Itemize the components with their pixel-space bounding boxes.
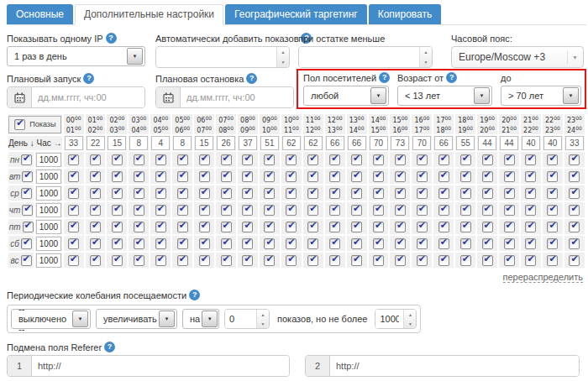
hour-checkbox[interactable] [155, 205, 166, 216]
hour-checkbox[interactable] [155, 238, 166, 249]
hour-checkbox[interactable] [482, 255, 493, 266]
hour-checkbox[interactable] [112, 171, 123, 182]
hour-checkbox[interactable] [199, 188, 210, 199]
hour-checkbox[interactable] [329, 255, 340, 266]
hour-checkbox[interactable] [307, 154, 318, 165]
hour-checkbox[interactable] [525, 238, 536, 249]
hour-checkbox[interactable] [134, 222, 144, 232]
hour-checkbox[interactable] [329, 154, 340, 165]
hour-checkbox[interactable] [525, 154, 536, 165]
hour-checkbox[interactable] [177, 222, 188, 232]
day-limit-input[interactable] [36, 253, 61, 268]
hour-checkbox[interactable] [307, 255, 318, 266]
hour-value-input[interactable] [565, 136, 584, 150]
hour-checkbox[interactable] [373, 205, 384, 216]
hour-checkbox[interactable] [417, 238, 428, 249]
hour-checkbox[interactable] [242, 171, 253, 182]
hour-checkbox[interactable] [417, 188, 428, 199]
hour-checkbox[interactable] [68, 171, 79, 182]
hour-checkbox[interactable] [569, 154, 580, 165]
hour-checkbox[interactable] [264, 255, 275, 266]
age-from-select[interactable]: < 13 лет ▼ [397, 86, 492, 106]
hour-checkbox[interactable] [307, 222, 318, 232]
hour-checkbox[interactable] [395, 255, 406, 266]
hour-checkbox[interactable] [242, 222, 253, 232]
hour-checkbox[interactable] [112, 188, 123, 199]
hour-value-input[interactable] [348, 136, 366, 150]
hour-checkbox[interactable] [482, 238, 493, 249]
hour-checkbox[interactable] [90, 205, 101, 216]
help-icon[interactable]: ? [379, 72, 390, 83]
hour-checkbox[interactable] [112, 222, 123, 232]
hour-checkbox[interactable] [155, 255, 166, 266]
hour-checkbox[interactable] [417, 222, 428, 232]
hour-value-input[interactable] [326, 136, 344, 150]
help-icon[interactable]: ? [104, 342, 115, 352]
hour-checkbox[interactable] [286, 188, 297, 199]
hour-checkbox[interactable] [307, 188, 318, 199]
hour-checkbox[interactable] [199, 238, 210, 249]
hour-checkbox[interactable] [547, 255, 558, 266]
fluctuation-max-input[interactable] [375, 310, 403, 328]
planned-start-input[interactable] [32, 87, 144, 107]
hour-checkbox[interactable] [199, 255, 210, 266]
referer-input-1[interactable] [32, 356, 289, 376]
hour-value-input[interactable] [151, 136, 170, 150]
hour-checkbox[interactable] [569, 188, 580, 199]
hour-value-input[interactable] [500, 136, 518, 150]
age-to-select[interactable]: > 70 лет ▼ [501, 86, 581, 106]
hour-checkbox[interactable] [438, 154, 449, 165]
hour-checkbox[interactable] [177, 171, 188, 182]
shows-master-checkbox[interactable] [14, 119, 25, 130]
hour-checkbox[interactable] [242, 238, 253, 249]
day-checkbox[interactable] [23, 222, 34, 232]
tab-geo-targeting[interactable]: Географический таргетинг [225, 4, 367, 24]
hour-checkbox[interactable] [351, 188, 362, 199]
hour-checkbox[interactable] [221, 205, 232, 216]
spinner-arrows-icon[interactable]: ▲▼ [276, 47, 289, 67]
hour-checkbox[interactable] [547, 154, 558, 165]
timezone-select[interactable]: Europe/Moscow +3 ▼ [451, 46, 584, 68]
hour-checkbox[interactable] [112, 205, 123, 216]
day-checkbox[interactable] [21, 255, 32, 266]
hour-value-input[interactable] [412, 136, 431, 150]
hour-checkbox[interactable] [417, 255, 428, 266]
hour-checkbox[interactable] [351, 171, 362, 182]
auto-add-shows-input[interactable] [156, 47, 276, 67]
help-icon[interactable]: ? [83, 73, 94, 84]
hour-checkbox[interactable] [155, 188, 166, 199]
spinner-arrows-icon[interactable]: ▲▼ [419, 47, 432, 67]
hour-checkbox[interactable] [525, 171, 536, 182]
hour-checkbox[interactable] [525, 188, 536, 199]
tab-copy[interactable]: Копировать [369, 4, 442, 24]
hour-checkbox[interactable] [134, 255, 144, 266]
hour-checkbox[interactable] [395, 188, 406, 199]
hour-checkbox[interactable] [504, 171, 515, 182]
hour-checkbox[interactable] [547, 205, 558, 216]
hour-checkbox[interactable] [329, 222, 340, 232]
hour-checkbox[interactable] [155, 222, 166, 232]
hour-checkbox[interactable] [460, 205, 471, 216]
tab-main[interactable]: Основные [7, 4, 73, 24]
day-limit-input[interactable] [36, 220, 61, 234]
hour-checkbox[interactable] [264, 205, 275, 216]
hour-checkbox[interactable] [504, 222, 515, 232]
hour-value-input[interactable] [370, 136, 388, 150]
hour-checkbox[interactable] [460, 188, 471, 199]
show-one-ip-select[interactable]: 1 раз в день ▼ [7, 46, 145, 66]
hour-checkbox[interactable] [504, 255, 515, 266]
hour-checkbox[interactable] [547, 238, 558, 249]
hour-checkbox[interactable] [199, 171, 210, 182]
hour-checkbox[interactable] [569, 238, 580, 249]
hour-checkbox[interactable] [438, 188, 449, 199]
tab-additional-settings[interactable]: Дополнительные настройки [75, 4, 223, 25]
referer-input-2[interactable] [330, 356, 579, 376]
fluctuation-amount-input[interactable] [225, 310, 256, 328]
hour-value-input[interactable] [260, 136, 279, 150]
hour-checkbox[interactable] [221, 154, 232, 165]
hour-checkbox[interactable] [569, 205, 580, 216]
hour-checkbox[interactable] [482, 188, 493, 199]
hour-checkbox[interactable] [482, 205, 493, 216]
day-limit-input[interactable] [36, 170, 61, 184]
hour-checkbox[interactable] [395, 205, 406, 216]
